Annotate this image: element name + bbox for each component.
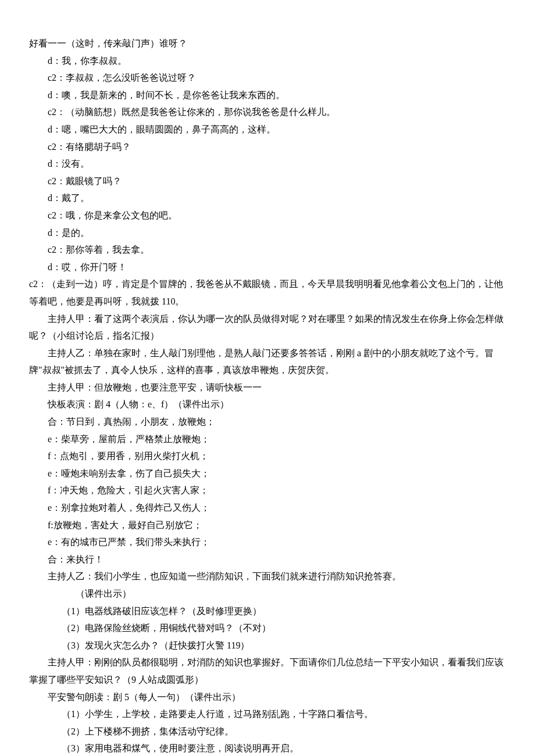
text-line: d：没有。 <box>29 155 506 173</box>
text-line: c2：（走到一边）哼，肯定是个冒牌的，我爸爸从不戴眼镜，而且，今天早晨我明明看见… <box>29 275 506 310</box>
text-line: d：嗯，嘴巴大大的，眼睛圆圆的，鼻子高高的，这样。 <box>29 121 506 138</box>
text-line: （1）电器线路破旧应该怎样？（及时修理更换） <box>29 603 506 620</box>
document-body: 好看一一（这时，传来敲门声）谁呀？d：我，你李叔叔。c2：李叔叔，怎么没听爸爸说… <box>29 35 506 756</box>
text-line: 主持人乙：单独在家时，生人敲门别理他，是熟人敲门还要多答答话，刚刚 a 剧中的小… <box>29 345 506 379</box>
text-line: f:放鞭炮，害处大，最好自己别放它； <box>29 517 506 534</box>
text-line: c2：（动脑筋想）既然是我爸爸让你来的，那你说我爸爸是什么样儿。 <box>29 103 506 121</box>
text-line: c2：那你等着，我去拿。 <box>29 241 506 259</box>
text-line: 平安警句朗读：剧 5（每人一句）（课件出示） <box>29 689 506 706</box>
text-line: （2）电路保险丝烧断，用铜线代替对吗？（不对） <box>29 619 506 637</box>
text-line: （3）发现火灾怎么办？（赶快拨打火警 119） <box>29 637 506 654</box>
text-line: d：噢，我是新来的，时间不长，是你爸爸让我来东西的。 <box>29 87 506 104</box>
text-line: 主持人甲：但放鞭炮，也要注意平安，请听快板一一 <box>29 379 506 396</box>
text-line: c2：李叔叔，怎么没听爸爸说过呀？ <box>29 69 506 87</box>
text-line: e：有的城市已严禁，我们带头来执行； <box>29 533 506 551</box>
text-line: c2：有络腮胡子吗？ <box>29 138 506 156</box>
text-line: d：是的。 <box>29 224 506 242</box>
text-line: d：哎，你开门呀！ <box>29 259 506 276</box>
text-line: e：哑炮未响别去拿，伤了自己损失大； <box>29 465 506 482</box>
text-line: （1）小学生，上学校，走路要走人行道，过马路别乱跑，十字路口看信号。 <box>29 705 506 723</box>
text-line: 合：来执行！ <box>29 551 506 568</box>
text-line: e：别拿拉炮对着人，免得炸己又伤人； <box>29 499 506 517</box>
text-line: d：我，你李叔叔。 <box>29 52 506 70</box>
text-line: c2：戴眼镜了吗？ <box>29 173 506 190</box>
text-line: 好看一一（这时，传来敲门声）谁呀？ <box>29 35 506 52</box>
text-line: f：冲天炮，危险大，引起火灾害人家； <box>29 482 506 499</box>
text-line: （课件出示） <box>29 585 506 603</box>
text-line: f：点炮引，要用香，别用火柴打火机； <box>29 447 506 465</box>
text-line: 快板表演：剧 4（人物：e、f）（课件出示） <box>29 396 506 413</box>
text-line: 主持人乙：我们小学生，也应知道一些消防知识，下面我们就来进行消防知识抢答赛。 <box>29 568 506 585</box>
text-line: 主持人甲：刚刚的队员都很聪明，对消防的知识也掌握好。下面请你们几位总结一下平安小… <box>29 654 506 688</box>
text-line: 主持人甲：看了这两个表演后，你认为哪一次的队员做得对呢？对在哪里？如果的情况发生… <box>29 310 506 345</box>
text-line: e：柴草旁，屋前后，严格禁止放鞭炮； <box>29 431 506 448</box>
text-line: （3）家用电器和煤气，使用时要注意，阅读说明再开启。 <box>29 740 506 756</box>
text-line: 合：节日到，真热闹，小朋友，放鞭炮； <box>29 413 506 431</box>
text-line: d：戴了。 <box>29 189 506 207</box>
text-line: c2：哦，你是来拿公文包的吧。 <box>29 207 506 224</box>
text-line: （2）上下楼梯不拥挤，集体活动守纪律。 <box>29 723 506 740</box>
